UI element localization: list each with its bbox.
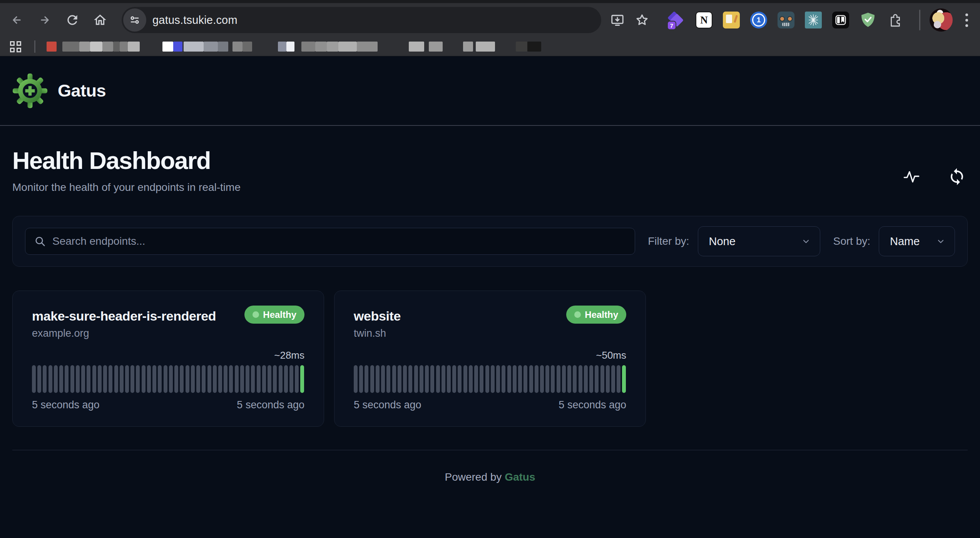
uptime-bar[interactable] (169, 365, 173, 393)
uptime-bar[interactable] (557, 365, 560, 393)
uptime-bar[interactable] (502, 365, 505, 393)
uptime-bar[interactable] (496, 365, 500, 393)
uptime-bar[interactable] (425, 365, 429, 393)
snowflake-extension-icon[interactable] (805, 12, 822, 28)
bookmark-star-button[interactable] (631, 9, 653, 31)
uptime-bar[interactable] (65, 365, 69, 393)
uptime-bar[interactable] (70, 365, 74, 393)
uptime-bar[interactable] (474, 365, 478, 393)
bookmark-redacted[interactable] (47, 42, 57, 52)
uptime-bar[interactable] (180, 365, 184, 393)
bookmark-redacted[interactable] (429, 42, 443, 52)
bookmark-redacted[interactable] (173, 42, 182, 52)
sort-select[interactable]: Name (879, 226, 955, 256)
uptime-bar[interactable] (32, 365, 36, 393)
uptime-bar[interactable] (224, 365, 227, 393)
uptime-bar[interactable] (381, 365, 385, 393)
uptime-bar[interactable] (300, 365, 304, 393)
footer-brand-link[interactable]: Gatus (505, 471, 535, 483)
uptime-bar[interactable] (103, 365, 107, 393)
uptime-bar[interactable] (207, 365, 211, 393)
uptime-bar[interactable] (573, 365, 577, 393)
uptime-bar[interactable] (229, 365, 233, 393)
uptime-bar[interactable] (147, 365, 151, 393)
bookmark-redacted[interactable] (184, 42, 204, 52)
uptime-bar[interactable] (196, 365, 200, 393)
uptime-bar[interactable] (59, 365, 63, 393)
uptime-bar[interactable] (376, 365, 380, 393)
uptime-bar[interactable] (365, 365, 368, 393)
uptime-bar[interactable] (392, 365, 396, 393)
endpoint-card[interactable]: make-sure-header-is-rendered Healthy exa… (12, 291, 324, 427)
notion-extension-icon[interactable]: N (696, 12, 712, 28)
uptime-bar[interactable] (584, 365, 588, 393)
bookmark-redacted[interactable] (90, 42, 102, 52)
uptime-bar[interactable] (562, 365, 566, 393)
uptime-bar[interactable] (202, 365, 206, 393)
url-bar[interactable]: gatus.tsukie.com (122, 7, 601, 33)
uptime-bar[interactable] (359, 365, 363, 393)
uptime-bar[interactable] (606, 365, 610, 393)
uptime-bar[interactable] (235, 365, 239, 393)
uptime-bar[interactable] (458, 365, 462, 393)
bookmark-redacted[interactable] (463, 42, 473, 52)
uptime-bar[interactable] (551, 365, 555, 393)
filter-select[interactable]: None (698, 226, 820, 256)
uptime-bar[interactable] (370, 365, 374, 393)
uptime-bar[interactable] (164, 365, 167, 393)
bookmark-redacted[interactable] (301, 42, 315, 52)
uptime-bar[interactable] (622, 365, 626, 393)
bookmark-redacted[interactable] (120, 42, 128, 52)
bookmark-redacted[interactable] (162, 42, 173, 52)
uptime-bar[interactable] (579, 365, 582, 393)
uptime-bar[interactable] (485, 365, 489, 393)
uptime-bar[interactable] (125, 365, 129, 393)
uptime-bar[interactable] (480, 365, 483, 393)
uptime-bar[interactable] (491, 365, 495, 393)
bookmark-redacted[interactable] (476, 42, 495, 52)
bookmark-redacted[interactable] (338, 42, 357, 52)
uptime-bar[interactable] (284, 365, 288, 393)
bookmark-redacted[interactable] (409, 42, 424, 52)
bookmark-redacted[interactable] (286, 42, 294, 52)
uptime-bar[interactable] (43, 365, 47, 393)
bookmark-redacted[interactable] (79, 42, 90, 52)
uptime-bar[interactable] (136, 365, 140, 393)
bookmark-redacted[interactable] (242, 42, 252, 52)
uptime-bar[interactable] (535, 365, 538, 393)
uptime-bar[interactable] (518, 365, 522, 393)
uptime-bar[interactable] (545, 365, 549, 393)
bookmark-redacted[interactable] (527, 42, 541, 52)
bookmark-redacted[interactable] (232, 42, 242, 52)
gem-extension-icon[interactable]: 7 (668, 12, 685, 28)
uptime-bar[interactable] (81, 365, 85, 393)
uptime-bar[interactable] (191, 365, 195, 393)
bookmark-redacted[interactable] (62, 42, 79, 52)
reload-button[interactable] (62, 9, 83, 31)
uptime-bar[interactable] (218, 365, 222, 393)
activity-toggle-button[interactable] (901, 167, 921, 187)
uptime-bar[interactable] (240, 365, 244, 393)
bookmark-redacted[interactable] (327, 42, 338, 52)
uptime-bar[interactable] (567, 365, 571, 393)
uptime-bar[interactable] (452, 365, 456, 393)
uptime-bar[interactable] (595, 365, 599, 393)
gatus-logo-icon[interactable] (12, 73, 48, 109)
search-box[interactable] (25, 228, 635, 255)
uptime-bar[interactable] (354, 365, 358, 393)
uptime-bar[interactable] (403, 365, 407, 393)
uptime-bar[interactable] (398, 365, 401, 393)
uptime-bar[interactable] (420, 365, 423, 393)
uptime-bar[interactable] (92, 365, 96, 393)
uptime-bar[interactable] (262, 365, 266, 393)
uptime-bar[interactable] (130, 365, 134, 393)
uptime-bar[interactable] (447, 365, 451, 393)
back-button[interactable] (6, 9, 28, 31)
bookmark-redacted[interactable] (128, 42, 140, 52)
uptime-bar[interactable] (408, 365, 412, 393)
site-info-button[interactable] (123, 8, 146, 32)
uptime-bar[interactable] (295, 365, 299, 393)
uptime-bar[interactable] (152, 365, 156, 393)
browser-menu-button[interactable] (959, 13, 974, 27)
uptime-bar[interactable] (120, 365, 124, 393)
